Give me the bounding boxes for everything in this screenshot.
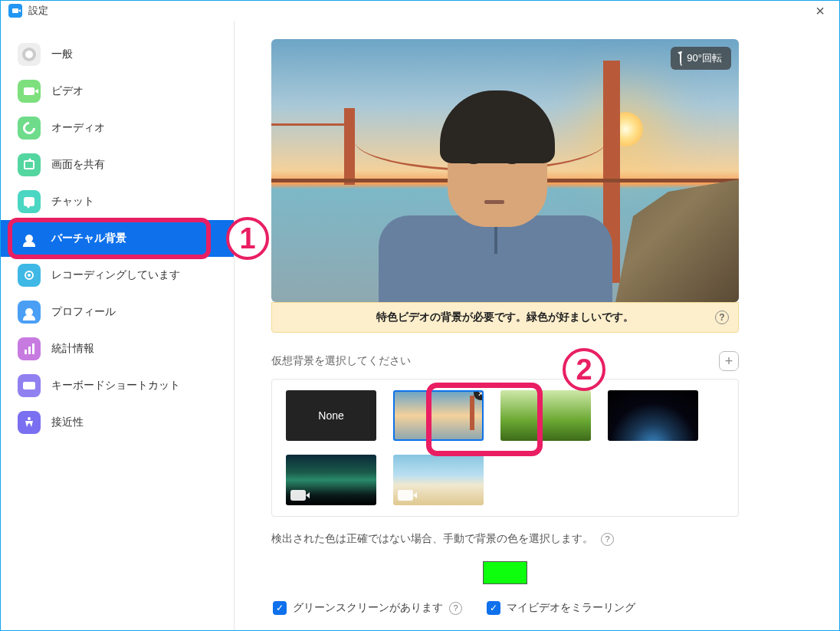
share-icon <box>18 153 41 176</box>
sidebar-item-video[interactable]: ビデオ <box>1 73 234 110</box>
titlebar: 設定 × <box>1 1 839 21</box>
background-grid: None ✕ <box>271 379 739 517</box>
color-swatch[interactable] <box>483 561 527 584</box>
person-icon <box>18 227 41 250</box>
sidebar-item-label: オーディオ <box>51 121 105 135</box>
headphones-icon <box>18 117 41 140</box>
sidebar-item-virtual-background[interactable]: バーチャル背景 <box>1 220 234 257</box>
sidebar-item-accessibility[interactable]: 接近性 <box>1 404 234 441</box>
sidebar-item-label: バーチャル背景 <box>51 232 126 245</box>
bg-option-aurora[interactable] <box>286 455 376 505</box>
sidebar-item-label: キーボードショートカット <box>51 379 180 393</box>
gear-icon <box>18 43 41 66</box>
sidebar-item-label: レコーディングしています <box>51 268 180 282</box>
profile-icon <box>18 301 41 324</box>
mirror-checkbox[interactable]: ✓ <box>487 601 500 615</box>
bg-option-bridge[interactable]: ✕ <box>393 390 484 441</box>
stats-icon <box>18 337 41 360</box>
bg-option-earth[interactable] <box>608 390 698 441</box>
add-background-button[interactable]: + <box>719 351 739 371</box>
undo-icon <box>680 53 683 64</box>
sidebar-item-label: 接近性 <box>51 416 84 429</box>
help-icon[interactable]: ? <box>715 311 729 324</box>
help-icon[interactable]: ? <box>449 602 462 615</box>
notice-bar: 特色ビデオの背景が必要です。緑色が好ましいです。 ? <box>271 302 739 333</box>
accessibility-icon <box>18 411 41 434</box>
sidebar-item-chat[interactable]: チャット <box>1 183 234 220</box>
bg-option-beach[interactable] <box>393 455 484 505</box>
sidebar-item-label: チャット <box>51 195 94 209</box>
help-icon[interactable]: ? <box>601 533 614 546</box>
remove-bg-icon[interactable]: ✕ <box>474 390 484 400</box>
sidebar-item-label: 画面を共有 <box>51 158 105 172</box>
green-screen-checkbox[interactable]: ✓ <box>273 601 287 615</box>
sidebar-item-statistics[interactable]: 統計情報 <box>1 330 234 367</box>
chat-icon <box>18 190 41 213</box>
bg-option-none[interactable]: None <box>286 390 376 441</box>
sidebar-item-label: ビデオ <box>51 84 84 98</box>
bg-select-label: 仮想背景を選択してください <box>271 354 719 368</box>
sidebar: 一般 ビデオ オーディオ 画面を共有 チャット バーチャル背景 <box>1 21 235 630</box>
sidebar-item-keyboard-shortcuts[interactable]: キーボードショートカット <box>1 367 234 404</box>
video-icon <box>290 490 306 501</box>
video-preview: 90°回転 <box>271 39 739 302</box>
video-icon <box>18 80 41 103</box>
sidebar-item-label: 統計情報 <box>51 342 94 356</box>
sidebar-item-general[interactable]: 一般 <box>1 36 234 73</box>
video-icon <box>398 490 413 501</box>
mirror-label: マイビデオをミラーリング <box>507 601 635 615</box>
sidebar-item-audio[interactable]: オーディオ <box>1 110 234 146</box>
main-panel: 90°回転 特色ビデオの背景が必要です。緑色が好ましいです。 ? 仮想背景を選択… <box>235 21 839 630</box>
app-icon <box>8 4 22 18</box>
rotate-button[interactable]: 90°回転 <box>671 47 731 70</box>
window-title: 設定 <box>28 4 48 18</box>
sidebar-item-profile[interactable]: プロフィール <box>1 294 234 330</box>
keyboard-icon <box>18 374 41 397</box>
rotate-label: 90°回転 <box>687 51 722 65</box>
sidebar-item-share-screen[interactable]: 画面を共有 <box>1 146 234 183</box>
sidebar-item-recording[interactable]: レコーディングしています <box>1 257 234 294</box>
bg-option-grass[interactable] <box>500 390 591 441</box>
record-icon <box>18 264 41 287</box>
sidebar-item-label: 一般 <box>51 48 73 61</box>
detect-color-text: 検出された色は正確ではない場合、手動で背景の色を選択します。 <box>271 532 593 546</box>
green-screen-label: グリーンスクリーンがあります <box>293 601 443 615</box>
close-icon[interactable]: × <box>809 2 832 20</box>
notice-text: 特色ビデオの背景が必要です。緑色が好ましいです。 <box>376 311 634 324</box>
sidebar-item-label: プロフィール <box>51 305 116 319</box>
